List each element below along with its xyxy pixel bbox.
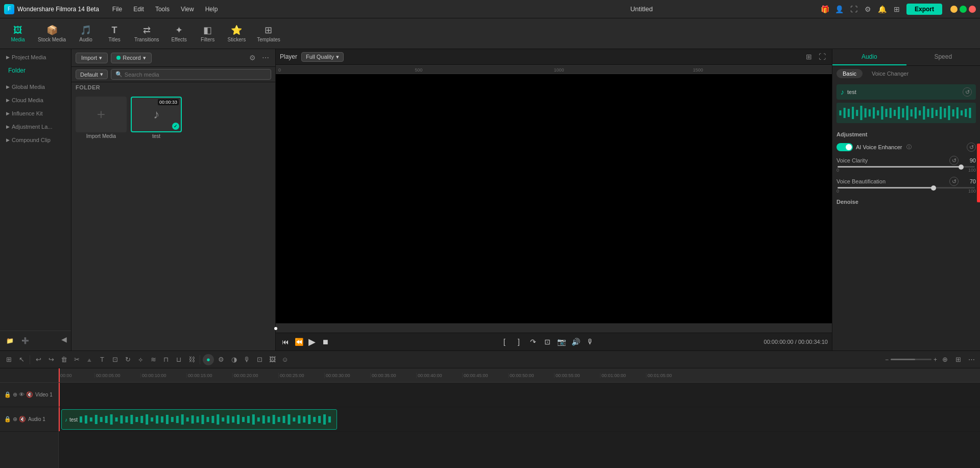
redo-button[interactable]: ↪ <box>45 354 57 365</box>
text-button[interactable]: T <box>97 354 108 365</box>
search-box[interactable]: 🔍 <box>111 69 271 80</box>
tool-stickers[interactable]: ⭐ Stickers <box>223 22 251 44</box>
export-button[interactable]: Export <box>906 4 942 15</box>
sub-tab-basic[interactable]: Basic <box>836 69 863 78</box>
tab-audio[interactable]: Audio <box>832 49 906 65</box>
menu-help[interactable]: Help <box>200 4 223 15</box>
timeline-ruler[interactable]: 00:00 00:00:05:00 00:00:10:00 00:00:15:0… <box>59 368 980 383</box>
layout-button[interactable]: ⊞ <box>952 354 964 365</box>
maximize-button[interactable] <box>960 6 967 13</box>
more-timeline-button[interactable]: ⋯ <box>966 354 977 365</box>
voice-clarity-thumb[interactable] <box>959 165 964 170</box>
undo-button[interactable]: ↩ <box>33 354 44 365</box>
video1-eye-icon[interactable]: 👁 <box>19 391 25 398</box>
sidebar-item-folder[interactable]: Folder <box>2 63 69 78</box>
snap-button[interactable]: ⊞ <box>3 354 14 365</box>
voice-beautification-slider[interactable] <box>838 187 975 189</box>
audio-clip-test[interactable]: ♪ test <box>61 409 337 430</box>
motion-button[interactable]: ≋ <box>148 354 159 365</box>
cut-button[interactable]: ✂ <box>71 354 82 365</box>
sidebar-item-compound-clip[interactable]: ▶ Compound Clip <box>0 132 71 145</box>
mark-out-button[interactable]: ] <box>513 336 524 347</box>
sidebar-item-global-media[interactable]: ▶ Global Media <box>0 79 71 92</box>
video1-lock-icon[interactable]: 🔒 <box>4 391 11 398</box>
tool-titles[interactable]: T Titles <box>101 23 128 44</box>
emoji-button[interactable]: ☺ <box>279 354 291 365</box>
delete-button[interactable]: 🗑 <box>58 354 69 365</box>
frame-back-button[interactable]: ⏪ <box>293 336 304 347</box>
skip-back-button[interactable]: ⏮ <box>280 336 291 347</box>
screen-record-button[interactable]: ⊡ <box>254 354 265 365</box>
collapse-panel-button[interactable]: ◀ <box>61 335 67 346</box>
scrubber-handle[interactable] <box>274 327 277 330</box>
test-media-item[interactable]: 00:00:33 ♪ ✓ test <box>131 97 182 139</box>
tool-media[interactable]: 🖼 Media <box>4 23 32 44</box>
sub-tab-voice-changer[interactable]: Voice Changer <box>866 69 915 78</box>
bell-icon[interactable]: 🔔 <box>877 4 888 15</box>
preview-grid-icon[interactable]: ⊞ <box>803 51 815 62</box>
add-track-button[interactable]: ⊕ <box>939 354 950 365</box>
ungroup-button[interactable]: ⊔ <box>173 354 184 365</box>
tool-filters[interactable]: ◧ Filters <box>194 22 222 44</box>
audio-record-button[interactable]: 🎙 <box>241 354 252 365</box>
voice-button[interactable]: 🎙 <box>585 336 596 347</box>
test-media-thumb[interactable]: 00:00:33 ♪ ✓ <box>131 97 182 132</box>
tool-stock-media[interactable]: 📦 Stock Media <box>33 22 71 44</box>
tab-speed[interactable]: Speed <box>906 49 981 65</box>
play-button[interactable]: ▶ <box>306 336 318 347</box>
quality-select[interactable]: Full Quality ▾ <box>301 52 344 62</box>
crop-button[interactable]: ⊡ <box>109 354 121 365</box>
select-button[interactable]: ↖ <box>16 354 27 365</box>
media-button-tl[interactable]: 🖼 <box>267 354 278 365</box>
voice-beautification-reset-button[interactable]: ↺ <box>949 177 959 186</box>
video1-mute-icon[interactable]: 🔇 <box>26 391 33 398</box>
mark-in-button[interactable]: [ <box>499 336 510 347</box>
tool-templates[interactable]: ⊞ Templates <box>252 22 285 44</box>
rotate-button[interactable]: ↻ <box>122 354 133 365</box>
zoom-in-icon[interactable]: + <box>934 356 937 363</box>
fullscreen-icon[interactable]: ⛶ <box>848 4 859 15</box>
mask-button[interactable]: ◑ <box>228 354 240 365</box>
default-sort-button[interactable]: Default ▾ <box>76 69 108 79</box>
search-input[interactable] <box>125 72 267 78</box>
add-to-timeline-button[interactable]: ↷ <box>528 336 539 347</box>
ai-voice-enhancer-toggle[interactable] <box>836 143 853 151</box>
voice-clarity-slider[interactable] <box>838 166 975 168</box>
audio1-add-icon[interactable]: ⊕ <box>13 416 17 423</box>
tool-effects[interactable]: ✦ Effects <box>165 22 193 44</box>
audio1-mute-icon[interactable]: 🔇 <box>19 416 26 423</box>
audio1-lock-icon[interactable]: 🔒 <box>4 416 11 423</box>
import-media-thumb[interactable]: + <box>76 97 127 132</box>
minimize-button[interactable] <box>950 6 958 13</box>
voice-beautification-thumb[interactable] <box>931 185 936 191</box>
preview-scrubber-bar[interactable] <box>276 323 832 333</box>
voice-clarity-reset-button[interactable]: ↺ <box>949 156 959 165</box>
audio-reset-button[interactable]: ↺ <box>963 87 972 97</box>
import-button[interactable]: Import ▾ <box>76 53 108 63</box>
settings-icon[interactable]: ⚙ <box>863 4 874 15</box>
zoom-out-icon[interactable]: − <box>885 356 889 363</box>
record-timeline-button[interactable]: ● <box>203 354 214 365</box>
tool-audio[interactable]: 🎵 Audio <box>72 22 100 44</box>
sidebar-item-adjustment-layer[interactable]: ▶ Adjustment La... <box>0 119 71 132</box>
more-options-icon[interactable]: ⋯ <box>260 52 271 63</box>
tool-transitions[interactable]: ⇄ Transitions <box>129 22 164 44</box>
menu-file[interactable]: File <box>107 4 127 15</box>
audio-meter-button[interactable]: 🔊 <box>570 336 582 347</box>
preview-expand-icon[interactable]: ⛶ <box>817 51 828 62</box>
user-icon[interactable]: 👤 <box>834 4 845 15</box>
add-item-icon[interactable]: ➕ <box>19 335 31 346</box>
sidebar-item-cloud-media[interactable]: ▶ Cloud Media <box>0 92 71 105</box>
menu-tools[interactable]: Tools <box>150 4 175 15</box>
menu-edit[interactable]: Edit <box>128 4 149 15</box>
settings-timeline-button[interactable]: ⚙ <box>216 354 227 365</box>
record-button[interactable]: Record ▾ <box>111 53 151 63</box>
close-button[interactable] <box>969 6 976 13</box>
grid-icon[interactable]: ⊞ <box>891 4 902 15</box>
menu-view[interactable]: View <box>176 4 199 15</box>
fit-button[interactable]: ⊡ <box>542 336 553 347</box>
import-media-item[interactable]: + Import Media <box>76 97 127 139</box>
ai-enhancer-reset-button[interactable]: ↺ <box>967 143 976 152</box>
snapshot-button[interactable]: 📷 <box>556 336 567 347</box>
group-button[interactable]: ⊓ <box>160 354 172 365</box>
